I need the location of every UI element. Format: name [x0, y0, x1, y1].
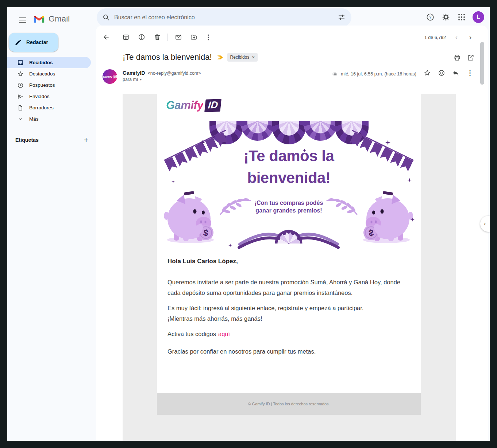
labels-section: Etiquetas + — [15, 134, 92, 146]
sidebar-item-label: Pospuestos — [29, 82, 55, 88]
star-email-button[interactable] — [420, 66, 435, 80]
newer-email-button[interactable]: ‹ — [451, 31, 462, 43]
email-letter: Gamify ID — [157, 94, 421, 415]
move-to-button[interactable] — [186, 30, 201, 44]
message-more-button[interactable]: ⋮ — [463, 66, 477, 80]
fan-rosette-decoration — [241, 121, 274, 141]
paragraph-promo: Queremos invitarte a ser parte de nuestr… — [167, 277, 410, 298]
report-spam-icon — [138, 34, 145, 41]
gamifyid-logo: Gamify ID — [166, 99, 221, 112]
sidebar-item-label: Enviados — [29, 94, 50, 99]
ribbon-ornament-decoration — [238, 227, 340, 250]
more-vert-icon: ⋮ — [467, 69, 473, 77]
scrollbar-thumb[interactable] — [480, 42, 484, 85]
sidebar-item-inbox[interactable]: Recibidos — [7, 57, 91, 68]
older-email-button[interactable]: › — [465, 31, 476, 43]
toolbar-divider — [167, 34, 168, 41]
sidebar-item-drafts[interactable]: Borradores — [7, 102, 91, 113]
sidebar-item-sent[interactable]: Enviados — [7, 91, 91, 102]
search-options-icon[interactable] — [338, 13, 346, 22]
mark-unread-button[interactable] — [171, 30, 186, 44]
sidebar-item-label: Recibidos — [29, 60, 53, 65]
piggy-bank-right-illustration: $ — [359, 189, 414, 244]
email-body-viewport: Gamify ID — [123, 94, 456, 441]
sidebar-item-snoozed[interactable]: Pospuestos — [7, 79, 91, 91]
email-subject: ¡Te damos la bienvenida! — [123, 52, 212, 62]
account-avatar[interactable]: L — [473, 11, 484, 23]
sparkle-decoration — [385, 140, 390, 145]
email-meta: mié, 16 jul, 6:55 p.m. (hace 16 horas) — [331, 71, 416, 77]
archive-button[interactable] — [119, 30, 133, 44]
sidebar-item-more[interactable]: Más — [7, 113, 91, 125]
gmail-wordmark: Gmail — [49, 14, 70, 24]
gmail-app: Gmail ? L Redactar — [7, 7, 490, 441]
search-input[interactable] — [114, 14, 338, 21]
label-chip-remove-icon[interactable]: × — [252, 55, 255, 60]
compose-button[interactable]: Redactar — [9, 33, 58, 52]
sender-avatar[interactable]: Gamify ID — [103, 69, 117, 84]
promo-tagline: ¡Con tus compras podés ganar grandes pre… — [157, 199, 421, 214]
print-icon — [454, 54, 461, 61]
cta-line: Activá tus códigosaquí — [167, 329, 410, 339]
apps-button[interactable] — [454, 9, 470, 25]
send-icon — [17, 93, 24, 100]
more-vert-icon: ⋮ — [205, 33, 212, 41]
sender-avatar-logo-gamify: Gamify — [103, 75, 112, 78]
promo-tagline-line1: ¡Con tus compras podés — [157, 199, 421, 207]
pagination-label: 1 de 6,792 — [424, 35, 446, 40]
chevron-left-icon: ‹ — [455, 33, 458, 41]
gmail-logo[interactable]: Gmail — [33, 14, 70, 24]
hamburger-icon — [19, 16, 26, 24]
fan-rosette-decoration — [304, 121, 337, 141]
reply-button[interactable] — [448, 66, 463, 80]
star-icon — [17, 71, 24, 77]
main-menu-button[interactable] — [14, 11, 31, 29]
open-in-new-icon — [467, 54, 474, 61]
fan-rosette-decoration — [272, 121, 306, 144]
mark-unread-icon — [175, 34, 182, 41]
star-outline-icon — [424, 69, 431, 77]
compose-label: Redactar — [26, 39, 48, 45]
search-icon[interactable] — [103, 14, 110, 21]
email-footer-bar: © Gamify ID | Todos los derechos reserva… — [157, 393, 421, 415]
greeting-text: Hola Luis Carlos López, — [167, 256, 410, 266]
label-chip-text: Recibidos — [230, 55, 250, 60]
emoji-reaction-button[interactable] — [434, 66, 449, 80]
add-label-button[interactable]: + — [80, 134, 92, 146]
welcome-headline-line1: ¡Te damos la — [157, 147, 421, 165]
gear-icon — [442, 13, 450, 21]
back-button[interactable] — [99, 30, 113, 44]
help-button[interactable]: ? — [422, 9, 438, 25]
importance-marker-icon[interactable] — [217, 55, 224, 60]
toolbar-more-button[interactable]: ⋮ — [201, 30, 216, 44]
gamifyid-logo-id: ID — [204, 99, 221, 112]
inbox-icon — [17, 59, 24, 66]
chevron-down-icon — [18, 117, 23, 122]
back-arrow-icon — [103, 34, 110, 41]
cta-aqui-link[interactable]: aquí — [218, 331, 230, 337]
labels-title: Etiquetas — [15, 137, 39, 143]
reply-icon — [452, 69, 459, 77]
paragraph-howto-line1: Es muy fácil: ingresá al siguiente enlac… — [167, 303, 410, 313]
email-footer-text: © Gamify ID | Todos los derechos reserva… — [248, 402, 330, 406]
label-chip-recibidos[interactable]: Recibidos × — [227, 53, 258, 62]
recipient-dropdown[interactable]: para mí ▾ — [123, 77, 142, 82]
welcome-headline-line2: bienvenida! — [157, 169, 421, 187]
subject-row: ¡Te damos la bienvenida! Recibidos × — [123, 52, 258, 62]
search-bar[interactable] — [97, 8, 351, 27]
open-in-new-button[interactable] — [463, 50, 478, 65]
recipient-label: para mí — [123, 77, 138, 82]
print-button[interactable] — [450, 50, 465, 65]
email-date: mié, 16 jul, 6:55 p.m. (hace 16 horas) — [341, 71, 416, 77]
delete-button[interactable] — [150, 30, 165, 44]
screenshot-frame: Gmail ? L Redactar — [0, 0, 497, 448]
promo-tagline-line2: ganar grandes premios! — [157, 207, 421, 214]
help-icon: ? — [426, 13, 434, 21]
sidebar-item-starred[interactable]: Destacados — [7, 68, 91, 79]
report-spam-button[interactable] — [134, 30, 149, 44]
sender-line: GamifyID <no-reply@gamifyid.com> — [123, 70, 201, 76]
move-to-folder-icon — [190, 34, 197, 41]
avatar-letter: L — [477, 14, 480, 20]
settings-button[interactable] — [438, 9, 454, 25]
paperclip-icon — [331, 71, 338, 77]
